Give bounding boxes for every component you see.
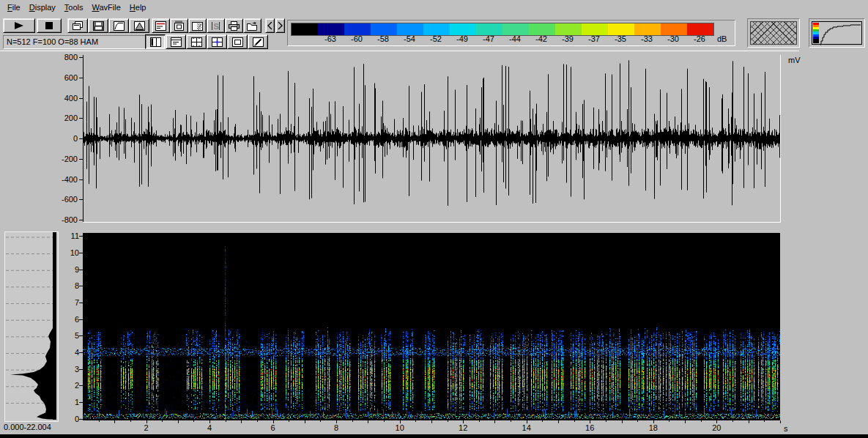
layout-quad-button[interactable]	[186, 34, 207, 49]
axis-tick	[178, 420, 179, 423]
average-spectrum-display	[5, 232, 56, 420]
palette-window-icon	[191, 21, 204, 31]
panel-separator	[0, 51, 799, 51]
palette-window-button[interactable]	[188, 18, 207, 33]
axis-tick	[99, 420, 100, 422]
open-file-icon	[246, 21, 259, 31]
axis-tick-label: -800	[50, 215, 78, 224]
waveform-unit-label: mV	[788, 56, 801, 64]
axis-tick-label: -200	[50, 155, 78, 163]
axis-tick-label: 8	[329, 423, 344, 432]
axis-tick	[209, 420, 210, 423]
spectrogram-display[interactable]	[83, 233, 780, 420]
colorbar-segment	[344, 23, 371, 35]
axis-tick	[558, 420, 559, 423]
layout-quad-arrows-button[interactable]	[207, 34, 227, 49]
edit-button[interactable]	[248, 34, 268, 49]
copy-window-button[interactable]	[67, 18, 88, 33]
axis-tick-label: 12	[456, 423, 470, 432]
next-button[interactable]	[275, 18, 285, 33]
open-file-button[interactable]	[243, 18, 261, 33]
signal-scale-button[interactable]: S	[207, 18, 225, 33]
display-window-button[interactable]	[152, 18, 170, 33]
axis-tick	[622, 420, 623, 423]
axis-tick-label: 400	[50, 94, 78, 103]
axis-tick-label: 18	[646, 423, 661, 432]
axis-tick-label: 14	[519, 423, 534, 432]
palette-curve-box[interactable]	[809, 18, 865, 48]
axis-tick-label: 5	[63, 331, 79, 340]
print-icon	[228, 21, 240, 31]
colorbar-segment	[529, 23, 555, 35]
colorbar-segment	[423, 23, 450, 35]
colorbar-tick-label: -44	[509, 34, 521, 43]
stop-button[interactable]	[37, 18, 62, 33]
axis-tick	[415, 420, 416, 422]
print-button[interactable]	[225, 18, 243, 33]
axis-tick	[241, 420, 242, 423]
layout-quad-icon	[190, 37, 203, 48]
axis-tick	[780, 420, 781, 423]
axis-tick	[368, 420, 368, 423]
axis-tick-label: 10	[63, 248, 79, 257]
play-icon	[13, 21, 25, 30]
axis-tick	[257, 420, 258, 422]
axis-tick	[653, 420, 654, 423]
play-button[interactable]	[3, 18, 35, 33]
grid-pattern-box[interactable]	[747, 18, 800, 48]
window-function-icon	[133, 21, 146, 31]
menu-tools[interactable]: Tools	[60, 2, 88, 12]
colorbar-segment	[555, 23, 582, 35]
menu-help[interactable]: Help	[125, 2, 151, 12]
axis-tick	[431, 420, 432, 423]
prev-button[interactable]	[265, 18, 275, 33]
axis-tick-label: 0	[50, 134, 78, 143]
display-window-icon	[155, 21, 167, 31]
axis-tick-label: 3	[63, 365, 79, 374]
axis-tick-label: 6	[266, 423, 281, 432]
spectrogram-unit-label: s	[784, 424, 788, 433]
axis-tick	[130, 420, 131, 422]
menu-file[interactable]: File	[3, 2, 25, 12]
colorbar-segment	[476, 23, 502, 35]
layout-title-lines-icon	[170, 37, 182, 48]
axis-tick-label: -400	[50, 175, 78, 184]
axis-tick-label: 800	[50, 53, 78, 62]
average-spectrum-panel[interactable]	[4, 231, 59, 422]
colorbar-tick-label: -60	[351, 34, 363, 43]
colorbar-segment	[608, 23, 634, 35]
colorbar-tick-label: -33	[641, 34, 653, 43]
axis-tick-label: 7	[63, 298, 79, 307]
spectrogram-app-window: File Display Tools WavFile Help S	[0, 0, 868, 438]
window-function-button[interactable]	[129, 18, 149, 33]
axis-tick	[352, 420, 353, 422]
axis-tick	[162, 420, 163, 422]
scale-window-button[interactable]	[170, 18, 188, 33]
waveform-display[interactable]	[83, 55, 780, 222]
axis-tick-label: 20	[709, 423, 724, 432]
axis-tick	[226, 420, 226, 422]
axis-tick	[479, 420, 480, 422]
colorbar-tick-label: -37	[588, 34, 600, 43]
axis-tick	[542, 420, 543, 422]
menu-display[interactable]: Display	[25, 2, 60, 12]
layout-left-bar-button[interactable]	[145, 34, 166, 49]
menu-wavfile[interactable]: WavFile	[88, 2, 125, 12]
axis-tick	[273, 420, 274, 423]
axis-tick-label: 4	[202, 423, 217, 432]
transfer-curve-icon	[113, 21, 125, 31]
axis-tick	[193, 420, 194, 422]
layout-left-bar-icon	[149, 37, 162, 48]
layout-title-lines-button[interactable]	[166, 34, 186, 49]
axis-tick	[685, 420, 686, 423]
transfer-curve-button[interactable]	[108, 18, 129, 33]
palette-segment	[813, 39, 819, 43]
axis-tick	[448, 420, 448, 422]
edit-pencil-icon	[252, 37, 264, 48]
axis-tick	[527, 420, 527, 423]
layout-inner-window-button[interactable]	[227, 34, 248, 49]
save-button[interactable]	[88, 18, 108, 33]
axis-tick	[114, 420, 115, 423]
colorbar-tick-label: -47	[483, 34, 494, 43]
colorbar-segment	[582, 23, 608, 35]
